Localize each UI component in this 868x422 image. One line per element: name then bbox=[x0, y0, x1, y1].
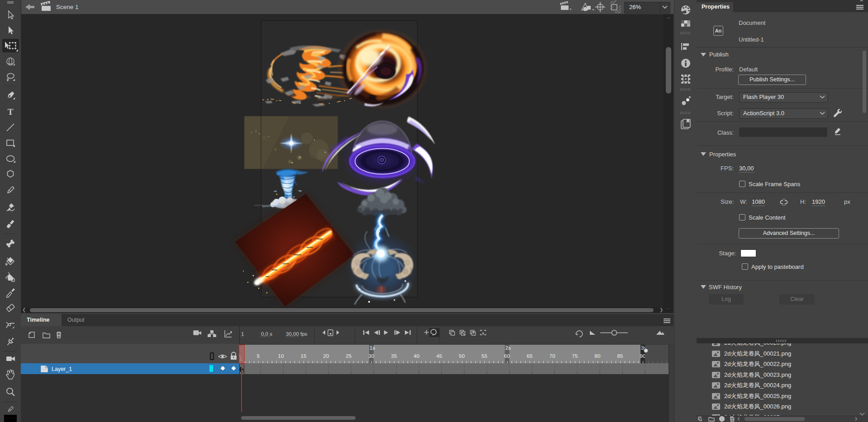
svg-text:0,0 s: 0,0 s bbox=[261, 331, 272, 337]
svg-text:Layer_1: Layer_1 bbox=[52, 366, 72, 372]
svg-text:30,00 fps: 30,00 fps bbox=[286, 331, 308, 337]
svg-text:T: T bbox=[8, 107, 14, 117]
svg-text:1: 1 bbox=[241, 331, 244, 337]
